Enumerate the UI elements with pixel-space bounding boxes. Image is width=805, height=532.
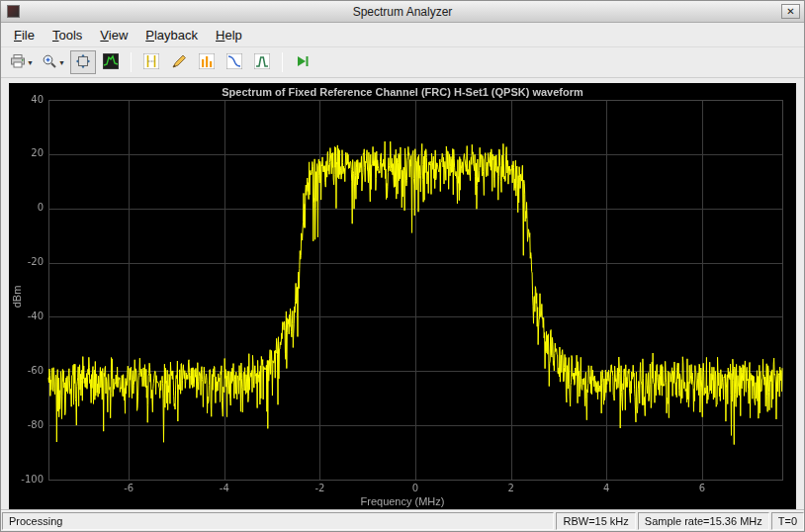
title-bar[interactable]: Spectrum Analyzer ✕ [1,1,804,23]
magnifier-icon [42,53,57,72]
menu-item-file[interactable]: File [5,25,44,45]
cursors-icon [143,53,159,72]
spectrum-figure: Spectrum of Fixed Reference Channel (FRC… [9,83,796,509]
spectrum-icon [103,53,119,72]
status-sample-rate: Sample rate=15.36 MHz [638,512,769,530]
distortion-measurements-button[interactable] [194,50,220,74]
close-button[interactable]: ✕ [781,4,800,19]
x-axis-label: Frequency (MHz) [9,495,796,507]
menu-item-view[interactable]: View [91,25,136,45]
ccdf-icon [226,53,242,72]
step-forward-button[interactable] [290,50,315,74]
spectrum-settings-button[interactable] [98,50,124,74]
spectrum-analyzer-window: Spectrum Analyzer ✕ FileToolsViewPlaybac… [0,0,805,532]
status-segments: RBW=15 kHzSample rate=15.36 MHzT=0 [554,511,804,531]
ccdf-measurements-button[interactable] [222,50,247,74]
plot-title: Spectrum of Fixed Reference Channel (FRC… [9,86,796,98]
menu-item-help[interactable]: Help [207,25,251,45]
menu-item-tools[interactable]: Tools [44,25,91,45]
status-bar: Processing RBW=15 kHzSample rate=15.36 M… [1,510,804,531]
mask-icon [254,53,270,72]
spectrum-canvas[interactable] [9,83,796,509]
toolbar: ▼▼ [1,47,804,78]
zoom-button[interactable]: ▼ [39,50,68,74]
export-button[interactable]: ▼ [7,50,37,74]
dropdown-caret-icon: ▼ [58,59,65,66]
spectral-mask-button[interactable] [249,50,275,74]
menu-bar: FileToolsViewPlaybackHelp [1,23,804,47]
toolbar-separator [131,52,132,72]
scale-axes-button[interactable] [70,50,96,74]
printer-icon [10,53,26,72]
step-icon [295,53,311,72]
cursor-measurements-button[interactable] [138,50,164,74]
status-message: Processing [2,512,554,530]
status-time: T=0 [771,512,804,530]
status-rbw: RBW=15 kHz [556,512,635,530]
menu-item-playback[interactable]: Playback [136,25,207,45]
expand-icon [75,53,91,72]
y-axis-label: dBm [11,277,23,316]
toolbar-separator [282,52,283,72]
peak-icon [171,53,187,72]
distortion-icon [199,53,215,72]
peak-finder-button[interactable] [166,50,192,74]
dropdown-caret-icon: ▼ [27,59,34,66]
window-title: Spectrum Analyzer [1,5,804,19]
